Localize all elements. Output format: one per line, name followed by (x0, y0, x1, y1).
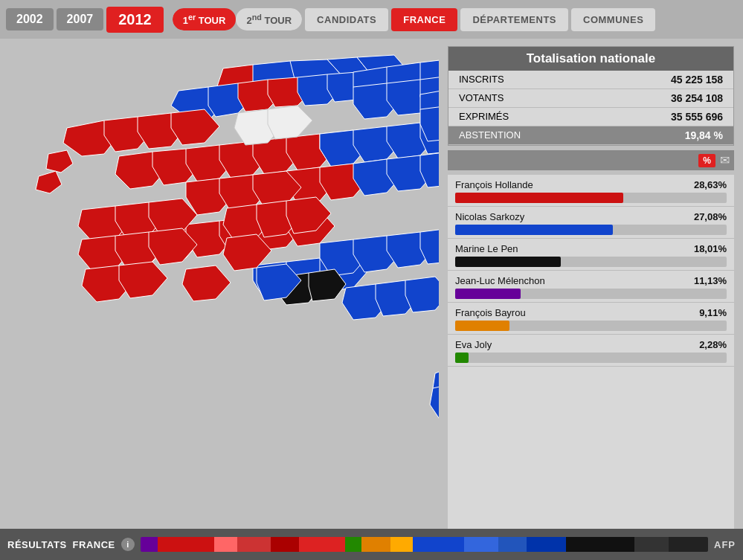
france-button[interactable]: FRANCE (391, 8, 457, 31)
bar-fill (455, 289, 521, 299)
candidate-item: Nicolas Sarkozy 27,08% (448, 207, 734, 239)
tour2-label: 2 (246, 15, 251, 26)
tour1-label: 1 (183, 15, 188, 26)
candidate-item: Eva Joly 2,28% (448, 335, 734, 367)
color-segment (271, 537, 299, 552)
year-2007[interactable]: 2007 (57, 8, 104, 30)
color-segment (527, 537, 566, 552)
candidate-name: Jean-Luc Mélenchon (455, 275, 545, 286)
color-segment (345, 537, 362, 552)
abstention-row: ABSTENTION 19,84 % (448, 126, 733, 145)
bar-fill (455, 257, 561, 267)
candidate-item: François Bayrou 9,11% (448, 303, 734, 335)
totalisation-box: Totalisation nationale INSCRITS 45 225 1… (448, 46, 734, 146)
abstention-value: 19,84 % (685, 129, 723, 141)
svg-marker-73 (182, 265, 231, 301)
candidate-item: François Hollande 28,63% (448, 175, 734, 207)
svg-marker-24 (268, 106, 312, 139)
afp-logo: AFP (714, 539, 736, 550)
tour2-sup: nd (252, 13, 262, 22)
bar-track (455, 289, 727, 299)
totalisation-title: Totalisation nationale (448, 47, 733, 71)
bar-fill (455, 321, 509, 331)
color-segment (566, 537, 634, 552)
color-segment (299, 537, 344, 552)
candidate-name: François Hollande (455, 179, 533, 190)
exprimes-label: EXPRIMÉS (459, 111, 509, 123)
tour1-button[interactable]: 1er TOUR (173, 8, 237, 30)
color-segment (634, 537, 669, 552)
candidats-button[interactable]: CANDIDATS (305, 8, 388, 31)
color-segment (141, 537, 158, 552)
tour1-suffix: TOUR (199, 15, 226, 26)
candidate-pct: 27,08% (694, 211, 727, 222)
france-map (7, 46, 439, 537)
year-2002[interactable]: 2002 (6, 8, 54, 30)
svg-marker-78 (430, 384, 439, 420)
map-area (0, 39, 439, 559)
tour-selector: 1er TOUR 2nd TOUR (173, 8, 302, 30)
candidate-list: François Hollande 28,63% Nicolas Sarkozy… (448, 175, 734, 552)
pct-badge: % (698, 154, 715, 167)
tour2-suffix: TOUR (265, 15, 292, 26)
svg-marker-65 (119, 262, 167, 298)
exprimes-row: EXPRIMÉS 35 555 696 (448, 108, 733, 126)
mail-icon[interactable]: ✉ (720, 153, 730, 167)
communes-button[interactable]: COMMUNES (571, 8, 655, 31)
candidate-pct: 2,28% (699, 339, 727, 350)
color-segment (669, 537, 708, 552)
candidate-name: François Bayrou (455, 307, 526, 318)
bar-fill (455, 225, 613, 235)
votants-label: VOTANTS (459, 92, 504, 104)
color-segment (214, 537, 237, 552)
bar-track (455, 321, 727, 331)
svg-marker-76 (405, 277, 439, 312)
color-segment (413, 537, 464, 552)
inscrits-value: 45 225 158 (671, 74, 723, 86)
color-segment (361, 537, 390, 552)
bar-track (455, 193, 727, 203)
color-segment (390, 537, 414, 552)
candidate-name: Nicolas Sarkozy (455, 211, 524, 222)
bottom-bar: RÉSULTATS FRANCE i AFP (0, 529, 743, 560)
bar-track (455, 353, 727, 363)
main-content: Totalisation nationale INSCRITS 45 225 1… (0, 39, 743, 559)
candidate-name: Eva Joly (455, 339, 492, 350)
candidate-name: Marine Le Pen (455, 243, 518, 254)
tour2-button[interactable]: 2nd TOUR (236, 8, 302, 30)
exprimes-value: 35 555 696 (671, 111, 723, 123)
votants-row: VOTANTS 36 254 108 (448, 89, 733, 108)
color-segment (158, 537, 214, 552)
france-label: FRANCE (73, 539, 115, 550)
color-segment (464, 537, 498, 552)
color-segment (237, 537, 271, 552)
svg-marker-80 (36, 171, 62, 193)
candidate-item: Jean-Luc Mélenchon 11,13% (448, 271, 734, 303)
candidate-pct: 11,13% (694, 275, 727, 286)
inscrits-label: INSCRITS (459, 74, 504, 86)
color-bar (141, 537, 708, 552)
resultats-label: RÉSULTATS (7, 539, 67, 550)
abstention-label: ABSTENTION (459, 129, 521, 141)
right-panel: Totalisation nationale INSCRITS 45 225 1… (439, 39, 743, 559)
info-icon[interactable]: i (121, 538, 135, 551)
candidate-pct: 28,63% (694, 179, 727, 190)
color-segment (498, 537, 527, 552)
tour1-sup: er (188, 13, 196, 22)
bar-fill (455, 193, 623, 203)
top-navigation: 2002 2007 2012 1er TOUR 2nd TOUR CANDIDA… (0, 0, 743, 39)
bar-fill (455, 353, 469, 363)
svg-marker-79 (46, 150, 73, 173)
candidate-pct: 9,11% (699, 307, 727, 318)
votants-value: 36 254 108 (671, 92, 723, 104)
inscrits-row: INSCRITS 45 225 158 (448, 71, 733, 89)
candidate-pct: 18,01% (694, 243, 727, 254)
bar-track (455, 257, 727, 267)
year-2012[interactable]: 2012 (106, 7, 164, 33)
results-header: % ✉ (448, 150, 734, 170)
candidate-item: Marine Le Pen 18,01% (448, 239, 734, 271)
bar-track (455, 225, 727, 235)
departements-button[interactable]: DÉPARTEMENTS (460, 8, 568, 31)
